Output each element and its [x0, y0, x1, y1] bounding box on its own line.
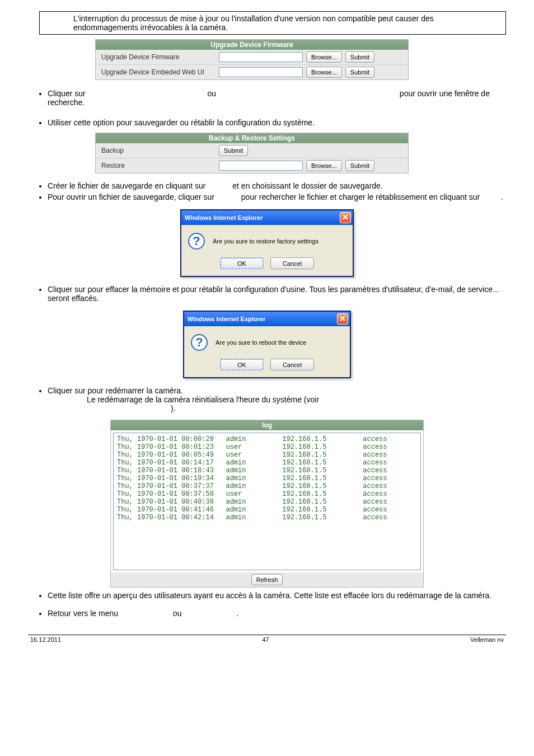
log-line: Thu, 1970-01-01 00:00:28 admin 192.168.1… — [117, 435, 417, 443]
reboot-dialog-title-bar: Windows Internet Explorer ✕ — [184, 312, 350, 326]
log-line: Thu, 1970-01-01 00:40:38 admin 192.168.1… — [117, 498, 417, 506]
browse-button-2[interactable]: Browse... — [306, 67, 342, 78]
bullet-return-pre: Retour vers le menu — [48, 609, 118, 618]
restore-factory-dialog: Windows Internet Explorer ✕ ? Are you su… — [180, 209, 354, 277]
bullet-backup-open: Pour ouvrir un fichier de sauvegarde, cl… — [48, 192, 506, 201]
log-line: Thu, 1970-01-01 00:01:23 user 192.168.1.… — [117, 443, 417, 451]
log-line: Thu, 1970-01-01 00:42:14 admin 192.168.1… — [117, 514, 417, 522]
restore-browse-button[interactable]: Browse... — [306, 160, 342, 171]
log-line: Thu, 1970-01-01 00:41:46 admin 192.168.1… — [117, 506, 417, 514]
restore-cancel-button[interactable]: Cancel — [270, 257, 314, 269]
bullet-reboot-3: ). — [171, 404, 176, 413]
question-icon: ? — [188, 233, 205, 250]
backup-row: Backup Submit — [96, 143, 408, 158]
refresh-button[interactable]: Refresh — [251, 574, 283, 585]
bullet-log: Cette liste offre un aperçu des utilisat… — [48, 591, 506, 600]
footer-date: 16.12.2011 — [30, 636, 61, 643]
bullet-reboot: Cliquer sur pour redémarrer la caméra. L… — [48, 386, 506, 413]
close-icon[interactable]: ✕ — [340, 212, 351, 223]
bullet-bo-post: . — [501, 192, 503, 201]
log-title: log — [111, 420, 423, 430]
log-line: Thu, 1970-01-01 00:37:58 user 192.168.1.… — [117, 490, 417, 498]
log-line: Thu, 1970-01-01 00:19:34 admin 192.168.1… — [117, 475, 417, 482]
bullet-backup-intro: Utiliser cette option pour sauvegarder o… — [48, 118, 506, 127]
log-panel: log Thu, 1970-01-01 00:00:28 admin 192.1… — [110, 420, 424, 588]
restore-dialog-title-bar: Windows Internet Explorer ✕ — [181, 210, 353, 225]
reboot-cancel-button[interactable]: Cancel — [270, 359, 314, 370]
bullet-bc-post: et en choisissant le dossier de sauvegar… — [232, 181, 383, 190]
bullet-return: Retour vers le menu ou . — [48, 609, 506, 618]
upgrade-firmware-panel: Upgrade Device Firmware Upgrade Device F… — [95, 39, 409, 80]
upgrade-file-input-2[interactable] — [219, 67, 303, 77]
upgrade-row-webui: Upgrade Device Embeded Web UI Browse... … — [96, 64, 408, 79]
question-icon: ? — [191, 334, 208, 351]
close-icon[interactable]: ✕ — [337, 313, 348, 325]
restore-file-input[interactable] — [219, 161, 303, 171]
browse-button-1[interactable]: Browse... — [306, 51, 342, 63]
upgrade-label-webui: Upgrade Device Embeded Web UI — [101, 68, 219, 76]
restore-ok-button[interactable]: OK — [220, 257, 264, 269]
upgrade-panel-title: Upgrade Device Firmware — [96, 40, 408, 50]
reboot-dialog-title: Windows Internet Explorer — [188, 316, 265, 322]
bullet-bo-pre: Pour ouvrir un fichier de sauvegarde, cl… — [48, 192, 214, 201]
bullet-browse-pre: Cliquer sur — [48, 89, 86, 98]
warning-box: L'interruption du processus de mise à jo… — [39, 11, 506, 35]
footer-page: 47 — [262, 636, 269, 643]
backup-panel-title: Backup & Restore Settings — [96, 133, 408, 143]
reboot-dialog-msg: Are you sure to reboot the device — [216, 339, 306, 346]
backup-submit-button[interactable]: Submit — [219, 145, 248, 156]
bullet-browse: Cliquer sur ou pour ouvrir une fenêtre d… — [48, 89, 506, 107]
reboot-dialog: Windows Internet Explorer ✕ ? Are you su… — [183, 311, 351, 378]
bullet-restore: Cliquer sur pour effacer la mémoire et p… — [48, 285, 506, 303]
bullet-browse-post: pour ouvrir une fenêtre de recherche. — [48, 89, 490, 107]
bullet-return-mid: ou — [173, 609, 182, 618]
bullet-reboot-2: Le redémarrage de la caméra réinitialise… — [87, 395, 319, 404]
restore-label: Restore — [101, 162, 219, 170]
bullet-reboot-1: Cliquer sur pour redémarrer la caméra. — [48, 386, 183, 395]
restore-dialog-msg: Are you sure to restore factory settings — [213, 238, 318, 245]
backup-label: Backup — [101, 147, 219, 154]
bullet-bc-pre: Créer le fichier de sauvegarde en cliqua… — [48, 181, 206, 190]
footer-company: Velleman nv — [470, 636, 504, 643]
log-textarea[interactable]: Thu, 1970-01-01 00:00:28 admin 192.168.1… — [113, 433, 421, 570]
log-line: Thu, 1970-01-01 00:18:43 admin 192.168.1… — [117, 467, 417, 475]
page-footer: 16.12.2011 47 Velleman nv — [28, 635, 506, 644]
restore-dialog-title: Windows Internet Explorer — [185, 214, 263, 221]
log-line: Thu, 1970-01-01 00:14:17 admin 192.168.1… — [117, 459, 417, 467]
submit-button-1[interactable]: Submit — [345, 51, 374, 63]
submit-button-2[interactable]: Submit — [345, 67, 374, 78]
warning-text: L'interruption du processus de mise à jo… — [73, 14, 434, 32]
reboot-ok-button[interactable]: OK — [220, 359, 264, 370]
log-line: Thu, 1970-01-01 00:37:37 admin 192.168.1… — [117, 482, 417, 490]
bullet-browse-mid: ou — [207, 89, 216, 98]
upgrade-label-firmware: Upgrade Device Firmware — [101, 53, 219, 61]
upgrade-row-firmware: Upgrade Device Firmware Browse... Submit — [96, 50, 408, 64]
upgrade-file-input-1[interactable] — [219, 52, 303, 62]
restore-row: Restore Browse... Submit — [96, 158, 408, 173]
bullet-return-post: . — [236, 609, 238, 618]
bullet-bo-mid: pour rechercher le fichier et charger le… — [241, 192, 480, 201]
backup-restore-panel: Backup & Restore Settings Backup Submit … — [95, 133, 409, 173]
log-line: Thu, 1970-01-01 00:05:49 user 192.168.1.… — [117, 451, 417, 459]
restore-submit-button[interactable]: Submit — [345, 160, 374, 171]
bullet-backup-create: Créer le fichier de sauvegarde en cliqua… — [48, 181, 506, 190]
